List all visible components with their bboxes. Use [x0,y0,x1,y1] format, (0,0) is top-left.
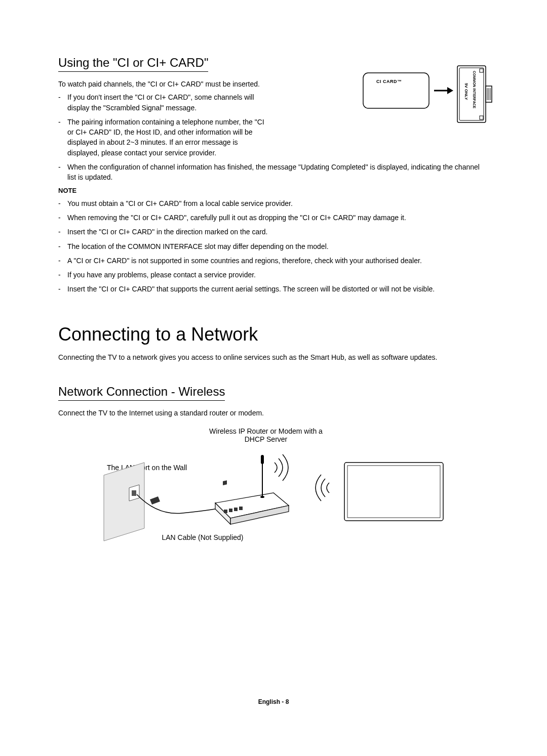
heading-wireless: Network Connection - Wireless [58,385,225,401]
list-item: When the configuration of channel inform… [67,162,489,183]
radio-waves-icon [275,454,288,481]
wireless-diagram: Wireless IP Router or Modem with a DHCP … [101,427,446,549]
svg-rect-20 [229,509,232,512]
list-item: A "CI or CI+ CARD" is not supported in s… [67,256,489,266]
svg-marker-11 [104,463,144,541]
svg-rect-27 [347,466,440,518]
ci-card-diagram: CI CARD™ 5V ONLY COMMON INTERFACE [362,64,494,124]
tv-icon [344,463,443,521]
list-item: If you don't insert the "CI or CI+ CARD"… [67,92,271,113]
section-ci-card: Using the "CI or CI+ CARD" To watch paid… [58,56,489,295]
ci-card-label: CI CARD™ [376,79,402,84]
list-item: The location of the COMMON INTERFACE slo… [67,241,489,251]
svg-rect-19 [224,510,227,513]
svg-rect-0 [363,73,429,108]
note-label: NOTE [58,187,489,194]
bullets-ci-wide: When the configuration of channel inform… [58,162,489,183]
list-item: Insert the "CI or CI+ CARD" that support… [67,284,489,294]
slot-5v-label: 5V ONLY [464,83,468,100]
svg-rect-6 [480,116,483,119]
intro-connecting-network: Connecting the TV to a network gives you… [58,352,489,362]
list-item: If you have any problems, please contact… [67,270,489,280]
slot-interface-label: COMMON INTERFACE [473,71,476,108]
svg-rect-4 [459,68,484,120]
svg-rect-24 [261,455,264,464]
svg-rect-21 [234,508,238,511]
heading-connecting-network: Connecting to a Network [58,324,489,345]
heading-ci-card: Using the "CI or CI+ CARD" [58,56,208,72]
section-connecting-network: Connecting to a Network Connecting the T… [58,324,489,362]
radio-waves-icon [316,475,329,501]
svg-marker-2 [447,87,453,94]
router-icon [215,455,289,524]
svg-rect-5 [480,69,483,72]
svg-rect-22 [239,507,243,510]
note-list: You must obtain a "CI or CI+ CARD" from … [58,198,489,295]
bullets-ci-narrow: If you don't insert the "CI or CI+ CARD"… [58,92,271,158]
svg-rect-13 [132,490,136,496]
section-wireless: Network Connection - Wireless Connect th… [58,385,489,549]
page-footer: English - 8 [0,698,547,705]
svg-point-25 [260,496,264,498]
list-item: You must obtain a "CI or CI+ CARD" from … [67,198,489,208]
intro-wireless: Connect the TV to the Internet using a s… [58,408,489,418]
intro-ci-card: To watch paid channels, the "CI or CI+ C… [58,79,271,89]
list-item: The pairing information containing a tel… [67,117,271,158]
list-item: When removing the "CI or CI+ CARD", care… [67,213,489,223]
svg-marker-14 [150,496,160,505]
list-item: Insert the "CI or CI+ CARD" in the direc… [67,227,489,237]
svg-rect-18 [223,481,227,486]
